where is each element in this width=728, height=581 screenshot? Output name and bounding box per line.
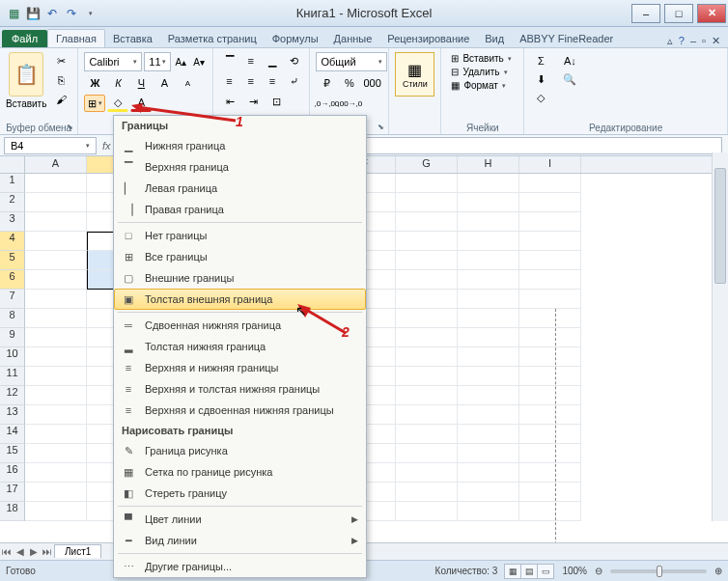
font-name-dropdown[interactable]: Calibri▾ xyxy=(84,52,142,71)
borders-item-3[interactable]: ▕Правая граница xyxy=(114,199,366,220)
borders-item-2[interactable]: ▏Левая граница xyxy=(114,178,366,199)
row-header-4[interactable]: 4 xyxy=(0,232,25,251)
cell-I8[interactable] xyxy=(519,309,581,328)
cell-H17[interactable] xyxy=(458,483,519,502)
copy-button[interactable]: ⎘ xyxy=(50,71,71,89)
sheet-tab-1[interactable]: Лист1 xyxy=(54,544,101,558)
undo-icon[interactable]: ↶ xyxy=(44,6,60,21)
cell-H11[interactable] xyxy=(458,367,519,386)
qat-customize-icon[interactable]: ▾ xyxy=(83,6,98,21)
decrease-decimal-button[interactable]: ,00→,0 xyxy=(339,95,360,112)
borders-item-11[interactable]: ≡Верхняя и толстая нижняя границы xyxy=(114,378,366,400)
clipboard-launcher-icon[interactable]: ⬊ xyxy=(64,121,75,132)
cut-button[interactable]: ✂ xyxy=(50,52,71,69)
tab-page-layout[interactable]: Разметка страниц xyxy=(160,30,265,47)
borders-item-10[interactable]: ≡Верхняя и нижняя границы xyxy=(114,357,366,378)
cell-G6[interactable] xyxy=(396,270,458,290)
doc-close-icon[interactable]: ✕ xyxy=(712,35,720,47)
cell-G5[interactable] xyxy=(396,251,458,270)
cell-H4[interactable] xyxy=(458,232,519,251)
tab-abbyy[interactable]: ABBYY FineReader xyxy=(512,30,621,47)
comma-button[interactable]: 000 xyxy=(362,74,383,92)
row-header-9[interactable]: 9 xyxy=(0,328,25,347)
name-box[interactable]: B4▾ xyxy=(4,137,97,154)
format-cells-button[interactable]: ▦Формат▾ xyxy=(447,79,518,92)
cell-G14[interactable] xyxy=(396,425,458,444)
align-middle-button[interactable]: ≡ xyxy=(241,52,261,69)
borders-item-6[interactable]: ▢Внешние границы xyxy=(114,267,366,289)
align-top-button[interactable]: ▔ xyxy=(219,52,238,69)
file-tab[interactable]: Файл xyxy=(2,30,47,47)
cell-G4[interactable] xyxy=(396,232,458,251)
number-format-dropdown[interactable]: Общий▾ xyxy=(316,52,387,71)
cell-I12[interactable] xyxy=(519,386,581,405)
borders-item-0[interactable]: ▁Нижняя граница xyxy=(114,135,366,156)
autosum-button[interactable]: Σ xyxy=(530,52,551,69)
cell-H15[interactable] xyxy=(458,444,519,463)
shrink-font-button[interactable]: A▾ xyxy=(191,53,208,70)
clear-button[interactable]: ◇ xyxy=(530,89,551,106)
cell-G11[interactable] xyxy=(396,367,458,386)
cell-G10[interactable] xyxy=(396,347,458,367)
draw-borders-item-3[interactable]: ▀Цвет линии▶ xyxy=(114,509,366,530)
cell-H2[interactable] xyxy=(458,193,519,212)
cell-I2[interactable] xyxy=(519,193,581,212)
row-header-11[interactable]: 11 xyxy=(0,367,25,386)
row-header-5[interactable]: 5 xyxy=(0,251,25,270)
cell-A14[interactable] xyxy=(25,425,87,444)
cell-H14[interactable] xyxy=(458,425,519,444)
borders-item-9[interactable]: ▂Толстая нижняя граница xyxy=(114,336,366,357)
cell-I9[interactable] xyxy=(519,328,581,347)
bold-button[interactable]: Ж xyxy=(84,74,105,92)
cell-A17[interactable] xyxy=(25,483,87,502)
cell-I1[interactable] xyxy=(519,174,581,193)
cell-G9[interactable] xyxy=(396,328,458,347)
draw-borders-item-2[interactable]: ◧Стереть границу xyxy=(114,483,366,504)
row-header-17[interactable]: 17 xyxy=(0,483,25,502)
fill-color-button[interactable]: ◇ xyxy=(107,95,128,112)
col-header-A[interactable]: A xyxy=(25,156,87,173)
minimize-button[interactable]: – xyxy=(631,4,660,23)
borders-item-1[interactable]: ▔Верхняя граница xyxy=(114,156,366,178)
cell-A15[interactable] xyxy=(25,444,87,463)
font-shrink2[interactable]: A xyxy=(177,74,198,92)
tab-review[interactable]: Рецензирование xyxy=(379,30,477,47)
cell-H13[interactable] xyxy=(458,405,519,425)
cell-I4[interactable] xyxy=(519,232,581,251)
align-bottom-button[interactable]: ▁ xyxy=(263,52,282,69)
row-header-12[interactable]: 12 xyxy=(0,386,25,405)
borders-item-5[interactable]: ⊞Все границы xyxy=(114,246,366,267)
row-header-13[interactable]: 13 xyxy=(0,405,25,425)
tab-insert[interactable]: Вставка xyxy=(105,30,160,47)
cell-styles-button[interactable]: ▦ Стили xyxy=(395,52,434,97)
cell-H10[interactable] xyxy=(458,347,519,367)
cell-I15[interactable] xyxy=(519,444,581,463)
cell-G12[interactable] xyxy=(396,386,458,405)
tab-data[interactable]: Данные xyxy=(326,30,380,47)
currency-button[interactable]: ₽ xyxy=(316,74,337,92)
cell-A1[interactable] xyxy=(25,174,87,193)
row-header-7[interactable]: 7 xyxy=(0,290,25,309)
find-select-button[interactable]: 🔍 xyxy=(555,70,584,88)
sheet-nav-prev-icon[interactable]: ◀ xyxy=(14,546,27,557)
row-header-2[interactable]: 2 xyxy=(0,193,25,212)
row-header-16[interactable]: 16 xyxy=(0,463,25,483)
borders-item-12[interactable]: ≡Верхняя и сдвоенная нижняя границы xyxy=(114,400,366,421)
cell-G15[interactable] xyxy=(396,444,458,463)
increase-decimal-button[interactable]: ,0→,00 xyxy=(316,95,337,112)
align-right-button[interactable]: ≡ xyxy=(263,72,282,90)
select-all-corner[interactable] xyxy=(0,156,25,173)
cell-A7[interactable] xyxy=(25,290,87,309)
doc-minimize-icon[interactable]: – xyxy=(690,35,696,47)
doc-restore-icon[interactable]: ▫ xyxy=(702,35,706,47)
cell-H6[interactable] xyxy=(458,270,519,290)
align-left-button[interactable]: ≡ xyxy=(219,72,238,90)
sheet-nav-last-icon[interactable]: ⏭ xyxy=(41,546,54,557)
increase-indent-button[interactable]: ⇥ xyxy=(242,93,264,110)
cell-G16[interactable] xyxy=(396,463,458,483)
cell-H9[interactable] xyxy=(458,328,519,347)
cell-A8[interactable] xyxy=(25,309,87,328)
row-header-10[interactable]: 10 xyxy=(0,347,25,367)
close-button[interactable]: ✕ xyxy=(697,4,726,23)
cell-A5[interactable] xyxy=(25,251,87,270)
